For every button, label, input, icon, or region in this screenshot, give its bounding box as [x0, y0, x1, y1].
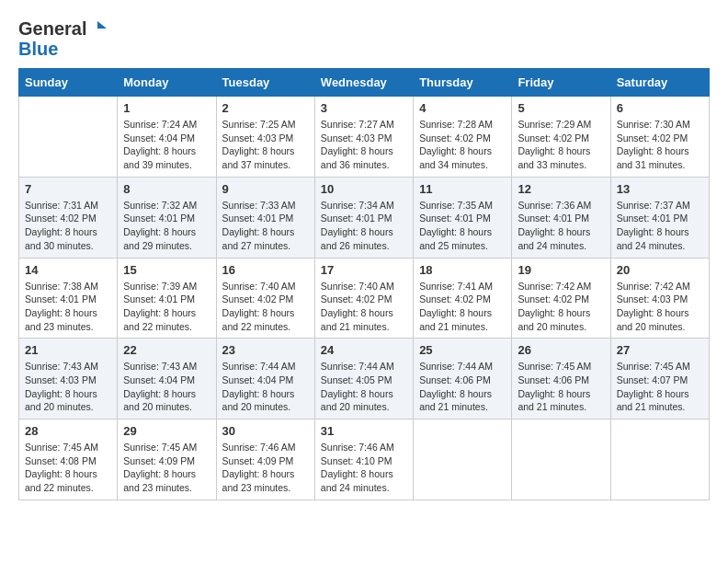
day-number: 21 [25, 343, 111, 357]
day-info: Sunrise: 7:29 AM Sunset: 4:02 PM Dayligh… [518, 118, 604, 172]
calendar-week-row: 1Sunrise: 7:24 AM Sunset: 4:04 PM Daylig… [19, 97, 710, 178]
day-number: 19 [518, 263, 604, 277]
day-info: Sunrise: 7:42 AM Sunset: 4:03 PM Dayligh… [617, 280, 703, 334]
weekday-header-cell: Wednesday [314, 69, 413, 97]
day-info: Sunrise: 7:46 AM Sunset: 4:09 PM Dayligh… [222, 441, 309, 495]
day-number: 6 [617, 101, 703, 115]
calendar-day-cell: 24Sunrise: 7:44 AM Sunset: 4:05 PM Dayli… [314, 339, 413, 419]
day-info: Sunrise: 7:37 AM Sunset: 4:01 PM Dayligh… [617, 199, 703, 253]
calendar-day-cell [19, 97, 118, 178]
day-number: 14 [25, 263, 111, 277]
calendar-day-cell: 23Sunrise: 7:44 AM Sunset: 4:04 PM Dayli… [216, 339, 314, 419]
day-number: 24 [321, 343, 407, 357]
day-info: Sunrise: 7:25 AM Sunset: 4:03 PM Dayligh… [222, 118, 309, 172]
day-number: 18 [419, 263, 506, 277]
day-info: Sunrise: 7:31 AM Sunset: 4:02 PM Dayligh… [25, 199, 111, 253]
day-info: Sunrise: 7:30 AM Sunset: 4:02 PM Dayligh… [617, 118, 703, 172]
calendar-day-cell: 20Sunrise: 7:42 AM Sunset: 4:03 PM Dayli… [610, 258, 709, 339]
calendar-day-cell: 13Sunrise: 7:37 AM Sunset: 4:01 PM Dayli… [610, 177, 709, 258]
day-info: Sunrise: 7:42 AM Sunset: 4:02 PM Dayligh… [518, 280, 604, 334]
logo-general: General [18, 18, 86, 39]
calendar-day-cell: 8Sunrise: 7:32 AM Sunset: 4:01 PM Daylig… [118, 177, 216, 258]
day-info: Sunrise: 7:41 AM Sunset: 4:02 PM Dayligh… [419, 280, 506, 334]
day-info: Sunrise: 7:46 AM Sunset: 4:10 PM Dayligh… [321, 441, 407, 495]
calendar-day-cell: 30Sunrise: 7:46 AM Sunset: 4:09 PM Dayli… [216, 419, 314, 500]
calendar-day-cell: 9Sunrise: 7:33 AM Sunset: 4:01 PM Daylig… [216, 177, 314, 258]
day-info: Sunrise: 7:28 AM Sunset: 4:02 PM Dayligh… [419, 118, 506, 172]
day-number: 8 [123, 182, 210, 196]
calendar-day-cell: 31Sunrise: 7:46 AM Sunset: 4:10 PM Dayli… [314, 419, 413, 500]
day-info: Sunrise: 7:45 AM Sunset: 4:07 PM Dayligh… [617, 360, 703, 414]
calendar-day-cell: 10Sunrise: 7:34 AM Sunset: 4:01 PM Dayli… [314, 177, 413, 258]
calendar-day-cell: 17Sunrise: 7:40 AM Sunset: 4:02 PM Dayli… [314, 258, 413, 339]
calendar-day-cell: 2Sunrise: 7:25 AM Sunset: 4:03 PM Daylig… [216, 97, 314, 178]
day-number: 7 [25, 182, 111, 196]
logo-blue: Blue [18, 39, 58, 59]
day-number: 9 [222, 182, 309, 196]
page-header: General Blue [18, 18, 710, 59]
calendar-day-cell: 19Sunrise: 7:42 AM Sunset: 4:02 PM Dayli… [512, 258, 610, 339]
day-number: 13 [617, 182, 703, 196]
day-number: 25 [419, 343, 506, 357]
day-info: Sunrise: 7:44 AM Sunset: 4:04 PM Dayligh… [222, 360, 309, 414]
day-info: Sunrise: 7:45 AM Sunset: 4:08 PM Dayligh… [25, 441, 111, 495]
day-number: 23 [222, 343, 309, 357]
day-number: 3 [321, 101, 407, 115]
svg-marker-0 [97, 21, 107, 29]
day-info: Sunrise: 7:27 AM Sunset: 4:03 PM Dayligh… [321, 118, 407, 172]
calendar-week-row: 28Sunrise: 7:45 AM Sunset: 4:08 PM Dayli… [19, 419, 710, 500]
day-number: 26 [518, 343, 604, 357]
day-number: 20 [617, 263, 703, 277]
calendar-day-cell: 18Sunrise: 7:41 AM Sunset: 4:02 PM Dayli… [414, 258, 512, 339]
day-number: 22 [123, 343, 210, 357]
day-number: 1 [123, 101, 210, 115]
calendar-day-cell: 6Sunrise: 7:30 AM Sunset: 4:02 PM Daylig… [610, 97, 709, 178]
calendar-day-cell: 4Sunrise: 7:28 AM Sunset: 4:02 PM Daylig… [414, 97, 512, 178]
day-number: 10 [321, 182, 407, 196]
calendar-day-cell: 21Sunrise: 7:43 AM Sunset: 4:03 PM Dayli… [19, 339, 118, 419]
day-info: Sunrise: 7:43 AM Sunset: 4:04 PM Dayligh… [123, 360, 210, 414]
logo-bird-icon [88, 19, 107, 38]
day-info: Sunrise: 7:32 AM Sunset: 4:01 PM Dayligh… [123, 199, 210, 253]
calendar-day-cell: 16Sunrise: 7:40 AM Sunset: 4:02 PM Dayli… [216, 258, 314, 339]
calendar-day-cell [512, 419, 610, 500]
day-number: 16 [222, 263, 309, 277]
calendar-week-row: 14Sunrise: 7:38 AM Sunset: 4:01 PM Dayli… [19, 258, 710, 339]
calendar-day-cell: 27Sunrise: 7:45 AM Sunset: 4:07 PM Dayli… [610, 339, 709, 419]
day-info: Sunrise: 7:45 AM Sunset: 4:09 PM Dayligh… [123, 441, 210, 495]
day-info: Sunrise: 7:38 AM Sunset: 4:01 PM Dayligh… [25, 280, 111, 334]
weekday-header-cell: Thursday [414, 69, 512, 97]
calendar-day-cell: 11Sunrise: 7:35 AM Sunset: 4:01 PM Dayli… [414, 177, 512, 258]
day-number: 29 [123, 424, 210, 438]
day-info: Sunrise: 7:40 AM Sunset: 4:02 PM Dayligh… [321, 280, 407, 334]
day-number: 27 [617, 343, 703, 357]
day-info: Sunrise: 7:36 AM Sunset: 4:01 PM Dayligh… [518, 199, 604, 253]
day-info: Sunrise: 7:39 AM Sunset: 4:01 PM Dayligh… [123, 280, 210, 334]
day-number: 12 [518, 182, 604, 196]
day-info: Sunrise: 7:45 AM Sunset: 4:06 PM Dayligh… [518, 360, 604, 414]
day-number: 31 [321, 424, 407, 438]
weekday-header-cell: Tuesday [216, 69, 314, 97]
calendar-day-cell [610, 419, 709, 500]
calendar-day-cell: 29Sunrise: 7:45 AM Sunset: 4:09 PM Dayli… [118, 419, 216, 500]
calendar-day-cell: 1Sunrise: 7:24 AM Sunset: 4:04 PM Daylig… [118, 97, 216, 178]
day-number: 11 [419, 182, 506, 196]
day-info: Sunrise: 7:35 AM Sunset: 4:01 PM Dayligh… [419, 199, 506, 253]
calendar-day-cell: 14Sunrise: 7:38 AM Sunset: 4:01 PM Dayli… [19, 258, 118, 339]
weekday-header-cell: Saturday [610, 69, 709, 97]
day-number: 17 [321, 263, 407, 277]
calendar-day-cell: 25Sunrise: 7:44 AM Sunset: 4:06 PM Dayli… [414, 339, 512, 419]
calendar-day-cell: 3Sunrise: 7:27 AM Sunset: 4:03 PM Daylig… [314, 97, 413, 178]
calendar-table: SundayMondayTuesdayWednesdayThursdayFrid… [18, 68, 710, 500]
day-number: 2 [222, 101, 309, 115]
weekday-header-cell: Monday [118, 69, 216, 97]
day-info: Sunrise: 7:43 AM Sunset: 4:03 PM Dayligh… [25, 360, 111, 414]
calendar-day-cell: 15Sunrise: 7:39 AM Sunset: 4:01 PM Dayli… [118, 258, 216, 339]
calendar-day-cell: 12Sunrise: 7:36 AM Sunset: 4:01 PM Dayli… [512, 177, 610, 258]
day-info: Sunrise: 7:24 AM Sunset: 4:04 PM Dayligh… [123, 118, 210, 172]
calendar-day-cell: 5Sunrise: 7:29 AM Sunset: 4:02 PM Daylig… [512, 97, 610, 178]
day-number: 5 [518, 101, 604, 115]
day-number: 30 [222, 424, 309, 438]
calendar-body: 1Sunrise: 7:24 AM Sunset: 4:04 PM Daylig… [19, 97, 710, 500]
logo-container: General Blue [18, 18, 107, 59]
